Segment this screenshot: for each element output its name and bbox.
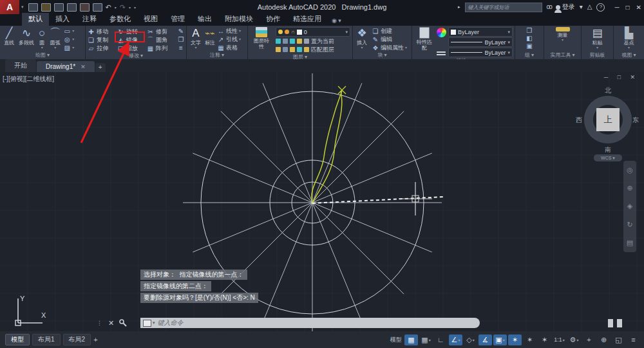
linetype-dropdown[interactable]: ByLayer ▾ [448,48,513,57]
ribbon-tab-插入[interactable]: 插入 [49,13,76,26]
viewcube-east-label[interactable]: 东 [632,116,639,125]
app-store-cart-icon[interactable]: ▾ [580,3,583,11]
new-layout-button[interactable]: + [91,336,100,343]
a360-icon[interactable]: ◉ ▾ [332,17,341,26]
创建-tool[interactable]: ❏创建 [372,28,407,35]
viewcube-west-label[interactable]: 西 [576,116,582,125]
command-recent-icon[interactable] [143,320,151,327]
viewcube-north-label[interactable]: 北 [580,86,636,95]
ribbon-tab-默认[interactable]: 默认 [22,13,49,26]
annotation-scale-icon[interactable]: ✶ [538,334,551,345]
units-pan[interactable]: ⊕ [597,334,611,345]
set-current-layer-button[interactable]: 置为当前 [276,37,350,45]
viewport-controls[interactable]: [-][俯视][二维线框] [3,75,54,84]
ribbon-tab-注释[interactable]: 注释 [76,13,103,26]
new-file-icon[interactable] [28,3,38,12]
阵列-tool[interactable]: ▦阵列 [147,44,176,52]
customization-menu[interactable]: ≡ [627,334,640,345]
编辑-tool[interactable]: ✎编辑 [372,36,407,43]
command-recent-caret-icon[interactable]: ▾ [153,320,155,325]
save-icon[interactable] [54,3,64,12]
help-search-input[interactable]: 键入关键字或短语 [465,3,542,12]
command-close-icon[interactable]: ✕ [108,319,114,327]
rectangle-tool[interactable]: ▭▾ [63,28,74,35]
clean-screen[interactable]: ◱ [612,334,625,345]
polar-tracking-toggle[interactable]: ∠▾ [449,334,462,345]
修剪-tool[interactable]: ✂修剪 [147,28,176,35]
base-point-tool[interactable]: ▙ 基点 ▾ [622,27,636,51]
workspace-switching[interactable]: ⚙▾ [567,334,581,345]
panel-block-label[interactable]: 块 ▾ [353,51,412,59]
group-tool-icon[interactable]: ▣ [526,42,532,50]
close-button[interactable]: ✕ [636,4,641,11]
line-tool[interactable]: ╱ 直线 [2,27,16,51]
ribbon-tab-管理[interactable]: 管理 [164,13,191,26]
group-tool-icon[interactable]: ◧ [526,35,532,42]
ribbon-tab-附加模块[interactable]: 附加模块 [218,13,260,26]
dimension-tool[interactable]: ⌁⌁ 标注 [203,27,217,51]
modify-extra-icon[interactable]: ✎ [176,28,185,35]
autoscale-toggle[interactable]: ✶ [523,334,536,345]
hatch-tool[interactable]: ▨▾ [63,44,74,51]
layout-tab-模型[interactable]: 模型 [5,334,30,345]
annotation-visibility-toggle[interactable]: ✶ [508,334,522,345]
lineweight-dropdown[interactable]: ByLayer ▾ [448,37,513,47]
app-menu-caret-icon[interactable]: ▾ [21,5,24,10]
缩放-tool[interactable]: ◱缩放 [117,44,147,52]
group-tool-icon[interactable]: ❒ [527,27,533,34]
拉伸-tool[interactable]: ▱拉伸 [88,44,117,52]
view-cube[interactable]: 北 西 上 东 南 WCS ▾ [580,86,636,157]
layout-tab-布局1[interactable]: 布局1 [32,334,61,345]
镜像-tool[interactable]: ◭镜像 [117,36,147,44]
open-file-icon[interactable] [41,3,51,12]
layer-properties-tool[interactable]: 图层特性 [250,27,273,53]
navbar-icon[interactable]: ▤ [627,239,633,247]
command-grip-handle[interactable]: ⋮ [97,320,103,326]
viewcube-south-label[interactable]: 南 [580,145,636,154]
panel-annotate-label[interactable]: 注释 ▾ [187,51,247,59]
modify-extra-icon[interactable]: ≡ [176,44,185,52]
isometric-drafting-toggle[interactable]: ◇▾ [464,334,477,345]
panel-clipboard-label[interactable]: 剪贴板 [582,51,613,59]
search-icon[interactable]: oo [547,3,551,11]
viewcube-top-face[interactable]: 上 [596,108,620,131]
plot-icon[interactable] [80,3,90,12]
引线-tool[interactable]: ↗引线▾ [217,36,241,43]
drawing-canvas[interactable]: YX [-][俯视][二维线框] ─ □ ✕ 北 西 上 东 南 WCS ▾ ◎… [0,72,644,331]
navbar-icon[interactable]: ↻ [627,221,632,229]
ellipse-tool[interactable]: ◎▾ [63,36,74,43]
snap-mode-toggle[interactable]: ▦▾ [419,334,433,345]
object-color-dropdown[interactable]: ByLayer ▾ [448,27,513,37]
circle-tool[interactable]: ○ 圆 ▾ [37,27,47,51]
编辑属性-tool[interactable]: ❖编辑属性▾ [372,44,407,51]
new-drawing-tab-button[interactable]: + [95,63,106,72]
save-as-icon[interactable] [67,3,77,12]
object-snap-tracking-toggle[interactable]: ∡ [478,334,492,345]
navbar-icon[interactable]: ◈ [627,202,632,210]
panel-view-label[interactable]: 视图 ▾ [614,51,644,59]
alert-icon[interactable]: △ [587,3,592,11]
表格-tool[interactable]: ▦表格 [217,44,241,51]
text-tool[interactable]: A 文字 ▾ [189,27,203,51]
annotation-monitor[interactable]: + [582,334,596,345]
wcs-dropdown[interactable]: WCS ▾ [594,154,622,161]
measure-tool[interactable]: 测量 ▾ [554,27,572,51]
panel-modify-label[interactable]: 修改 ▾ [86,52,186,59]
file-tab-close-icon[interactable]: ✕ [80,64,86,70]
grid-display-toggle[interactable]: ▦ [404,334,418,345]
drawing-window-buttons[interactable]: ─ □ ✕ [604,74,639,80]
print-icon[interactable] [93,3,102,12]
command-input[interactable]: ▾ 键入命令 [140,318,480,328]
ribbon-tab-视图[interactable]: 视图 [137,13,164,26]
match-layer-button[interactable]: 匹配图层 [276,46,350,53]
annotation-scale-value[interactable]: 1:1▾ [553,334,566,345]
layer-select-dropdown[interactable]: ∩ 0 ▾ [276,27,350,37]
horizontal-scrollbar[interactable] [608,319,622,327]
file-tab-start[interactable]: 开始 [5,59,36,72]
polyline-tool[interactable]: ∿ 多段线 [17,27,36,51]
paste-tool[interactable]: ▤ 粘贴 ▾ [590,27,604,51]
ribbon-tab-输出[interactable]: 输出 [191,13,218,26]
panel-draw-label[interactable]: 绘图 ▾ [0,51,85,59]
ribbon-tab-参数化[interactable]: 参数化 [103,13,137,26]
线性-tool[interactable]: ↔线性▾ [217,28,241,35]
